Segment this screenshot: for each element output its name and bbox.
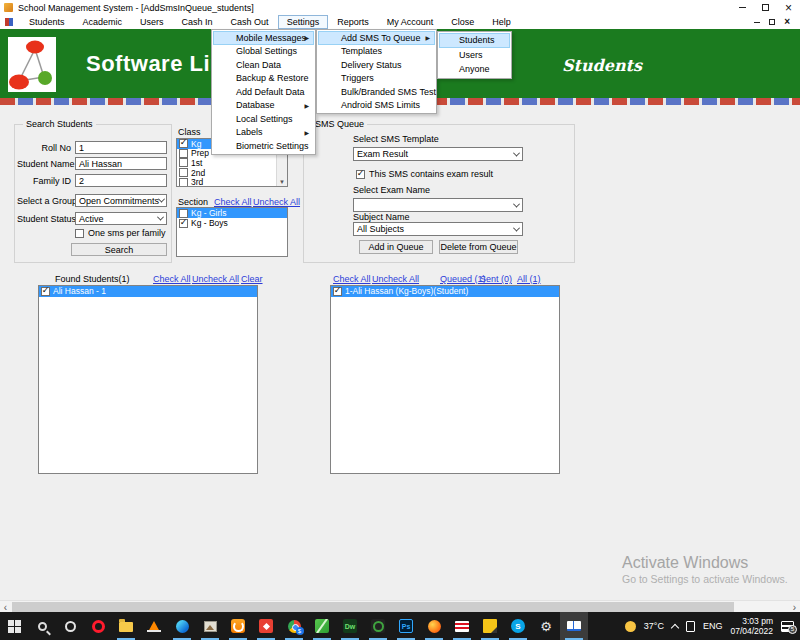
list-item[interactable]: ✓Kg - Boys — [177, 218, 287, 228]
delete-from-queue-button[interactable]: Delete from Queue — [439, 240, 518, 254]
menu-item-add-sms-to-queue[interactable]: Add SMS To Queue▶ — [318, 31, 435, 45]
menu-users[interactable]: Users — [131, 15, 173, 29]
exam-result-checkbox[interactable]: ✓ This SMS contains exam result — [356, 169, 493, 179]
mdi-minimize-icon[interactable] — [754, 22, 760, 23]
family-id-input[interactable]: 2 — [75, 174, 167, 187]
checkbox-unchecked-icon[interactable] — [179, 149, 188, 158]
menu-academic[interactable]: Academic — [74, 15, 132, 29]
taskbar-search[interactable] — [28, 612, 56, 640]
student-name-input[interactable]: Ali Hassan — [75, 157, 167, 170]
mdi-restore-icon[interactable] — [769, 19, 775, 25]
taskbar-file-explorer[interactable] — [112, 612, 140, 640]
one-sms-checkbox[interactable]: One sms per family — [75, 228, 166, 238]
menu-help[interactable]: Help — [483, 15, 520, 29]
taskbar-red-app[interactable] — [252, 612, 280, 640]
list-item[interactable]: 2nd — [177, 168, 287, 178]
queued-link[interactable]: Queued (1) — [440, 274, 486, 284]
queue-listbox[interactable]: ✓1-Ali Hassan (Kg-Boys)(Student) — [330, 285, 560, 474]
menu-cash-out[interactable]: Cash Out — [222, 15, 278, 29]
menu-my-account[interactable]: My Account — [378, 15, 443, 29]
close-icon[interactable]: × — [785, 3, 792, 13]
found-students-listbox[interactable]: ✓Ali Hassan - 1 — [38, 285, 258, 474]
menu-item-students[interactable]: Students — [439, 33, 510, 48]
taskbar-uc-browser[interactable] — [224, 612, 252, 640]
add-in-queue-button[interactable]: Add in Queue — [359, 240, 433, 254]
checkbox-checked-icon[interactable]: ✓ — [333, 287, 342, 296]
list-item[interactable]: 1st — [177, 158, 287, 168]
maximize-icon[interactable] — [762, 4, 769, 11]
section-uncheck-all-link[interactable]: Uncheck All — [253, 197, 300, 207]
group-select[interactable]: Open Commitments — [75, 194, 167, 207]
taskbar-red-white-app[interactable] — [448, 612, 476, 640]
menu-item-biometric-settings[interactable]: Biometric Settings — [213, 139, 314, 153]
list-item[interactable]: ✓1-Ali Hassan (Kg-Boys)(Student) — [331, 286, 559, 297]
menu-item-backup-restore[interactable]: Backup & Restore — [213, 72, 314, 86]
found-uncheck-all-link[interactable]: Uncheck All — [192, 274, 239, 284]
taskbar-photoshop[interactable]: Ps — [392, 612, 420, 640]
taskbar-dark-green-app[interactable] — [364, 612, 392, 640]
checkbox-checked-icon[interactable]: ✓ — [356, 170, 365, 179]
found-check-all-link[interactable]: Check All — [153, 274, 191, 284]
subject-select[interactable]: All Subjects — [353, 222, 523, 236]
taskbar-skype[interactable]: S — [504, 612, 532, 640]
menu-settings[interactable]: Settings — [278, 15, 329, 29]
scroll-down-icon[interactable]: ▼ — [279, 178, 285, 186]
checkbox-unchecked-icon[interactable] — [179, 158, 188, 167]
menu-item-labels[interactable]: Labels▶ — [213, 126, 314, 140]
mdi-close-icon[interactable]: × — [784, 18, 790, 26]
menu-item-android-sms-limits[interactable]: Android SMS Limits — [318, 99, 435, 113]
taskbar-cortana[interactable] — [56, 612, 84, 640]
menu-close[interactable]: Close — [442, 15, 483, 29]
menu-cash-in[interactable]: Cash In — [173, 15, 222, 29]
taskbar-yellow-app[interactable] — [476, 612, 504, 640]
found-clear-link[interactable]: Clear — [241, 274, 263, 284]
menu-item-clean-data[interactable]: Clean Data — [213, 58, 314, 72]
taskbar-settings[interactable]: ⚙ — [532, 612, 560, 640]
list-item[interactable]: ✓Ali Hassan - 1 — [39, 286, 257, 297]
checkbox-checked-icon[interactable]: ✓ — [179, 139, 188, 148]
menu-item-database[interactable]: Database▶ — [213, 99, 314, 113]
menu-item-local-settings[interactable]: Local Settings — [213, 112, 314, 126]
taskbar-firefox[interactable] — [420, 612, 448, 640]
roll-no-input[interactable]: 1 — [75, 141, 167, 154]
checkbox-unchecked-icon[interactable] — [75, 229, 84, 238]
sms-template-select[interactable]: Exam Result — [353, 147, 523, 161]
start-button[interactable] — [0, 612, 28, 640]
taskbar-active-app[interactable] — [560, 612, 588, 640]
all-link[interactable]: All (1) — [517, 274, 541, 284]
menu-item-add-default-data[interactable]: Add Default Data — [213, 85, 314, 99]
section-listbox[interactable]: Kg - Girls ✓Kg - Boys — [176, 207, 288, 257]
checkbox-checked-icon[interactable]: ✓ — [41, 287, 50, 296]
menu-item-mobile-messages[interactable]: Mobile Messages▶ — [213, 31, 314, 45]
status-select[interactable]: Active — [75, 212, 167, 225]
taskbar-green-app[interactable] — [308, 612, 336, 640]
menu-item-triggers[interactable]: Triggers — [318, 72, 435, 86]
tray-device-icon[interactable] — [686, 621, 695, 632]
menu-item-global-settings[interactable]: Global Settings — [213, 45, 314, 59]
checkbox-unchecked-icon[interactable] — [179, 178, 188, 187]
taskbar-dreamweaver[interactable]: Dw — [336, 612, 364, 640]
weather-sun-icon[interactable] — [625, 621, 636, 632]
horizontal-scrollbar[interactable]: ‹ › — [0, 600, 800, 612]
taskbar-photos[interactable] — [196, 612, 224, 640]
language-indicator[interactable]: ENG — [703, 621, 723, 631]
minimize-icon[interactable] — [739, 7, 746, 8]
menu-item-bulk-branded-sms-test[interactable]: Bulk/Branded SMS Test — [318, 85, 435, 99]
checkbox-unchecked-icon[interactable] — [179, 168, 188, 177]
sent-link[interactable]: Sent (0) — [480, 274, 512, 284]
menu-reports[interactable]: Reports — [328, 15, 378, 29]
scrollbar-thumb[interactable] — [12, 602, 734, 612]
notification-center-icon[interactable]: 5 — [781, 621, 794, 632]
section-check-all-link[interactable]: Check All — [214, 197, 252, 207]
search-button[interactable]: Search — [71, 243, 167, 256]
menu-item-users[interactable]: Users — [439, 48, 510, 63]
clock[interactable]: 3:03 pm 07/04/2022 — [730, 616, 773, 636]
menu-item-templates[interactable]: Templates — [318, 45, 435, 59]
list-item[interactable]: Kg - Girls — [177, 208, 287, 218]
tray-chevron-up-icon[interactable] — [671, 623, 679, 631]
menu-item-anyone[interactable]: Anyone — [439, 62, 510, 77]
checkbox-checked-icon[interactable]: ✓ — [179, 219, 188, 228]
menu-students[interactable]: Students — [20, 15, 74, 29]
queue-uncheck-all-link[interactable]: Uncheck All — [372, 274, 419, 284]
taskbar-edge[interactable] — [168, 612, 196, 640]
